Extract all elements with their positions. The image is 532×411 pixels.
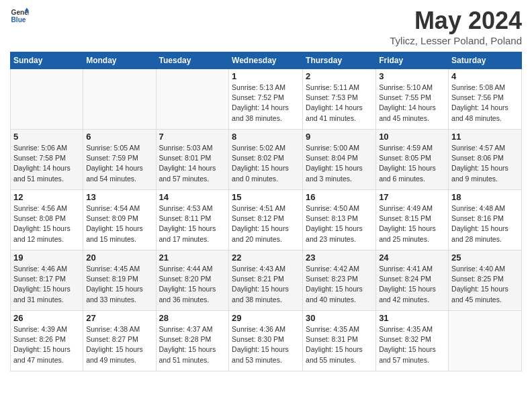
day-info: Sunrise: 4:38 AM Sunset: 8:27 PM Dayligh… xyxy=(86,324,152,365)
day-number: 10 xyxy=(379,132,445,142)
day-info: Sunrise: 5:08 AM Sunset: 7:56 PM Dayligh… xyxy=(451,83,519,124)
day-number: 29 xyxy=(232,313,300,323)
day-info: Sunrise: 4:39 AM Sunset: 8:26 PM Dayligh… xyxy=(13,324,80,365)
calendar-cell: 15Sunrise: 4:51 AM Sunset: 8:12 PM Dayli… xyxy=(229,190,303,250)
day-info: Sunrise: 4:51 AM Sunset: 8:12 PM Dayligh… xyxy=(232,203,300,244)
calendar-week-5: 26Sunrise: 4:39 AM Sunset: 8:26 PM Dayli… xyxy=(11,311,522,371)
weekday-header-tuesday: Tuesday xyxy=(156,52,229,69)
day-number: 11 xyxy=(451,132,519,142)
day-info: Sunrise: 4:44 AM Sunset: 8:20 PM Dayligh… xyxy=(159,264,226,305)
day-info: Sunrise: 4:42 AM Sunset: 8:23 PM Dayligh… xyxy=(306,264,373,305)
calendar-cell: 18Sunrise: 4:48 AM Sunset: 8:16 PM Dayli… xyxy=(449,190,522,250)
calendar-cell: 26Sunrise: 4:39 AM Sunset: 8:26 PM Dayli… xyxy=(11,311,83,371)
calendar-cell: 28Sunrise: 4:37 AM Sunset: 8:28 PM Dayli… xyxy=(156,311,229,371)
day-number: 18 xyxy=(451,192,519,202)
weekday-header-sunday: Sunday xyxy=(11,52,83,69)
day-number: 31 xyxy=(379,313,445,323)
day-number: 22 xyxy=(232,253,300,263)
day-info: Sunrise: 4:57 AM Sunset: 8:06 PM Dayligh… xyxy=(451,143,519,184)
day-number: 13 xyxy=(86,192,152,202)
day-info: Sunrise: 5:10 AM Sunset: 7:55 PM Dayligh… xyxy=(379,83,445,124)
calendar-cell: 17Sunrise: 4:49 AM Sunset: 8:15 PM Dayli… xyxy=(376,190,449,250)
calendar-cell: 24Sunrise: 4:41 AM Sunset: 8:24 PM Dayli… xyxy=(376,250,449,311)
day-info: Sunrise: 4:48 AM Sunset: 8:16 PM Dayligh… xyxy=(451,203,519,244)
calendar-cell: 22Sunrise: 4:43 AM Sunset: 8:21 PM Dayli… xyxy=(229,250,303,311)
day-number: 24 xyxy=(379,253,445,263)
day-info: Sunrise: 4:54 AM Sunset: 8:09 PM Dayligh… xyxy=(86,203,152,244)
calendar-cell: 9Sunrise: 5:00 AM Sunset: 8:04 PM Daylig… xyxy=(303,130,376,190)
day-info: Sunrise: 4:45 AM Sunset: 8:19 PM Dayligh… xyxy=(86,264,152,305)
day-info: Sunrise: 5:06 AM Sunset: 7:58 PM Dayligh… xyxy=(13,143,80,184)
calendar-week-3: 12Sunrise: 4:56 AM Sunset: 8:08 PM Dayli… xyxy=(11,190,522,250)
logo-icon: General Blue xyxy=(10,7,29,26)
calendar-cell xyxy=(449,311,522,371)
calendar-cell xyxy=(83,69,156,130)
day-number: 2 xyxy=(306,71,373,81)
calendar-cell: 21Sunrise: 4:44 AM Sunset: 8:20 PM Dayli… xyxy=(156,250,229,311)
title-block: May 2024 Tylicz, Lesser Poland, Poland xyxy=(390,7,522,46)
day-number: 15 xyxy=(232,192,300,202)
calendar-body: 1Sunrise: 5:13 AM Sunset: 7:52 PM Daylig… xyxy=(11,69,522,371)
month-title: May 2024 xyxy=(390,7,522,35)
day-info: Sunrise: 4:59 AM Sunset: 8:05 PM Dayligh… xyxy=(379,143,445,184)
day-number: 8 xyxy=(232,132,300,142)
calendar-cell: 19Sunrise: 4:46 AM Sunset: 8:17 PM Dayli… xyxy=(11,250,83,311)
calendar-cell: 12Sunrise: 4:56 AM Sunset: 8:08 PM Dayli… xyxy=(11,190,83,250)
day-info: Sunrise: 5:02 AM Sunset: 8:02 PM Dayligh… xyxy=(232,143,300,184)
calendar-cell: 29Sunrise: 4:36 AM Sunset: 8:30 PM Dayli… xyxy=(229,311,303,371)
calendar-week-4: 19Sunrise: 4:46 AM Sunset: 8:17 PM Dayli… xyxy=(11,250,522,311)
weekday-header-monday: Monday xyxy=(83,52,156,69)
day-number: 9 xyxy=(306,132,373,142)
calendar-cell: 13Sunrise: 4:54 AM Sunset: 8:09 PM Dayli… xyxy=(83,190,156,250)
day-info: Sunrise: 4:43 AM Sunset: 8:21 PM Dayligh… xyxy=(232,264,300,305)
calendar-cell: 11Sunrise: 4:57 AM Sunset: 8:06 PM Dayli… xyxy=(449,130,522,190)
day-info: Sunrise: 4:35 AM Sunset: 8:31 PM Dayligh… xyxy=(306,324,373,365)
day-info: Sunrise: 4:40 AM Sunset: 8:25 PM Dayligh… xyxy=(451,264,519,305)
day-info: Sunrise: 4:53 AM Sunset: 8:11 PM Dayligh… xyxy=(159,203,226,244)
day-number: 21 xyxy=(159,253,226,263)
day-info: Sunrise: 4:46 AM Sunset: 8:17 PM Dayligh… xyxy=(13,264,80,305)
day-number: 7 xyxy=(159,132,226,142)
day-number: 20 xyxy=(86,253,152,263)
weekday-header-friday: Friday xyxy=(376,52,449,69)
day-number: 27 xyxy=(86,313,152,323)
calendar-cell: 4Sunrise: 5:08 AM Sunset: 7:56 PM Daylig… xyxy=(449,69,522,130)
calendar-header: SundayMondayTuesdayWednesdayThursdayFrid… xyxy=(11,52,522,69)
day-number: 4 xyxy=(451,71,519,81)
calendar-cell: 23Sunrise: 4:42 AM Sunset: 8:23 PM Dayli… xyxy=(303,250,376,311)
calendar-cell: 27Sunrise: 4:38 AM Sunset: 8:27 PM Dayli… xyxy=(83,311,156,371)
calendar-table: SundayMondayTuesdayWednesdayThursdayFrid… xyxy=(10,52,522,371)
day-number: 5 xyxy=(13,132,80,142)
calendar-cell: 2Sunrise: 5:11 AM Sunset: 7:53 PM Daylig… xyxy=(303,69,376,130)
day-info: Sunrise: 4:35 AM Sunset: 8:32 PM Dayligh… xyxy=(379,324,445,365)
calendar-cell: 3Sunrise: 5:10 AM Sunset: 7:55 PM Daylig… xyxy=(376,69,449,130)
calendar-cell: 1Sunrise: 5:13 AM Sunset: 7:52 PM Daylig… xyxy=(229,69,303,130)
calendar-cell: 6Sunrise: 5:05 AM Sunset: 7:59 PM Daylig… xyxy=(83,130,156,190)
day-info: Sunrise: 5:00 AM Sunset: 8:04 PM Dayligh… xyxy=(306,143,373,184)
svg-text:Blue: Blue xyxy=(11,16,26,24)
day-info: Sunrise: 4:37 AM Sunset: 8:28 PM Dayligh… xyxy=(159,324,226,365)
calendar-cell xyxy=(156,69,229,130)
day-number: 12 xyxy=(13,192,80,202)
day-number: 26 xyxy=(13,313,80,323)
calendar-cell xyxy=(11,69,83,130)
day-info: Sunrise: 4:41 AM Sunset: 8:24 PM Dayligh… xyxy=(379,264,445,305)
day-info: Sunrise: 5:03 AM Sunset: 8:01 PM Dayligh… xyxy=(159,143,226,184)
day-info: Sunrise: 5:13 AM Sunset: 7:52 PM Dayligh… xyxy=(232,83,300,124)
day-info: Sunrise: 4:50 AM Sunset: 8:13 PM Dayligh… xyxy=(306,203,373,244)
day-info: Sunrise: 4:36 AM Sunset: 8:30 PM Dayligh… xyxy=(232,324,300,365)
calendar-cell: 31Sunrise: 4:35 AM Sunset: 8:32 PM Dayli… xyxy=(376,311,449,371)
weekday-header-saturday: Saturday xyxy=(449,52,522,69)
day-number: 1 xyxy=(232,71,300,81)
day-number: 3 xyxy=(379,71,445,81)
weekday-header-thursday: Thursday xyxy=(303,52,376,69)
calendar-cell: 20Sunrise: 4:45 AM Sunset: 8:19 PM Dayli… xyxy=(83,250,156,311)
day-info: Sunrise: 5:05 AM Sunset: 7:59 PM Dayligh… xyxy=(86,143,152,184)
calendar-cell: 10Sunrise: 4:59 AM Sunset: 8:05 PM Dayli… xyxy=(376,130,449,190)
calendar-cell: 7Sunrise: 5:03 AM Sunset: 8:01 PM Daylig… xyxy=(156,130,229,190)
day-info: Sunrise: 5:11 AM Sunset: 7:53 PM Dayligh… xyxy=(306,83,373,124)
calendar-cell: 30Sunrise: 4:35 AM Sunset: 8:31 PM Dayli… xyxy=(303,311,376,371)
page-header: General Blue May 2024 Tylicz, Lesser Pol… xyxy=(10,7,522,46)
day-number: 19 xyxy=(13,253,80,263)
day-number: 28 xyxy=(159,313,226,323)
